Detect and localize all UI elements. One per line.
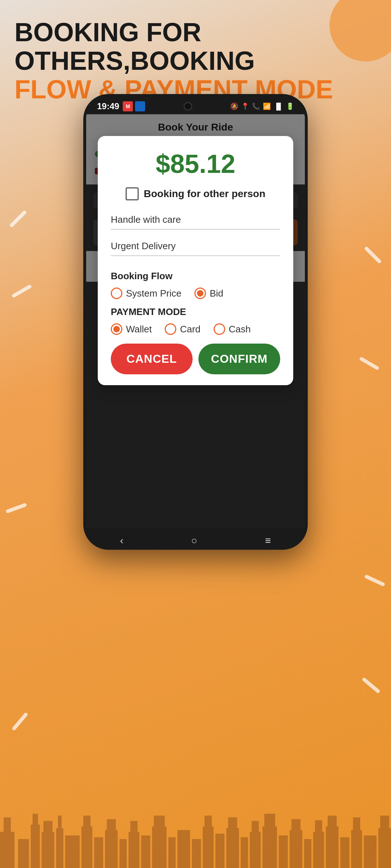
svg-rect-15 [119,839,127,868]
radio-wallet[interactable]: Wallet [111,323,152,335]
svg-rect-11 [83,816,91,826]
svg-rect-47 [380,816,389,828]
cash-radio[interactable] [214,323,225,335]
radio-cash[interactable]: Cash [214,323,251,335]
svg-rect-46 [378,828,391,868]
svg-rect-26 [215,834,224,868]
wifi-icon: 📶 [263,102,271,110]
system-price-label: System Price [126,288,181,299]
svg-rect-24 [203,826,214,868]
svg-rect-37 [304,839,311,868]
radio-bid[interactable]: Bid [194,288,223,299]
modal-card: $85.12 Booking for other person Booking … [98,136,293,385]
bg-dash-1 [9,210,27,227]
card-radio[interactable] [165,323,176,335]
svg-rect-3 [31,825,40,868]
svg-rect-9 [65,835,80,868]
bid-radio[interactable] [194,288,206,299]
svg-rect-31 [252,821,259,832]
bg-dash-3 [364,246,382,264]
payment-mode-radios: Wallet Card Cash [111,323,280,335]
bg-dash-4 [359,357,380,371]
svg-rect-36 [291,819,300,830]
svg-rect-2 [18,839,29,868]
app-icon-red: M [123,101,133,111]
svg-rect-13 [105,830,118,868]
svg-rect-30 [250,832,261,868]
svg-rect-35 [290,830,302,868]
svg-rect-29 [241,837,248,868]
wallet-label: Wallet [126,324,152,335]
svg-rect-28 [228,817,237,828]
cancel-button[interactable]: CANCEL [111,344,193,374]
radio-system-price[interactable]: System Price [111,288,181,299]
bg-dash-7 [5,503,27,514]
payment-mode-label: PAYMENT MODE [111,306,280,318]
urgent-delivery-input[interactable] [111,237,280,256]
radio-card[interactable]: Card [165,323,200,335]
app-icon-blue [135,101,145,111]
svg-rect-22 [177,830,190,868]
bg-dash-8 [364,574,386,587]
handle-care-input[interactable] [111,210,280,230]
svg-rect-19 [152,826,167,868]
bg-dash-6 [362,677,381,694]
mute-icon: 🔕 [230,102,238,110]
system-price-radio[interactable] [111,288,122,299]
svg-rect-41 [328,816,337,826]
bg-dash-2 [12,284,32,298]
svg-rect-7 [56,828,63,868]
confirm-button[interactable]: CONFIRM [198,344,280,374]
svg-rect-34 [279,835,288,868]
svg-rect-21 [168,837,176,868]
battery-icon: 🔋 [286,102,294,110]
modal-overlay: $85.12 Booking for other person Booking … [86,114,305,528]
svg-rect-12 [94,837,103,868]
svg-rect-8 [58,816,62,828]
svg-rect-32 [262,826,277,868]
home-button[interactable]: ○ [191,535,197,546]
svg-rect-40 [326,826,339,868]
status-app-icons: M [123,101,145,111]
svg-rect-20 [154,816,165,826]
booking-other-row: Booking for other person [111,187,280,200]
status-icons: 🔕 📍 📞 📶 ▐▌ 🔋 [230,102,294,110]
svg-rect-14 [107,819,116,830]
status-bar: 19:49 M 🔕 📍 📞 📶 ▐▌ 🔋 [86,97,305,114]
wallet-radio[interactable] [111,323,122,335]
svg-rect-39 [315,820,322,832]
modal-buttons: CANCEL CONFIRM [111,344,280,374]
svg-rect-16 [129,832,139,868]
city-silhouette [0,760,391,868]
header-section: BOOKING FOR OTHERS,BOOKING FLOW & PAYMEN… [14,18,391,104]
back-button[interactable]: ‹ [120,535,123,546]
svg-rect-45 [364,835,377,868]
card-label: Card [180,324,200,335]
system-nav: ‹ ○ ≡ [86,528,305,547]
svg-rect-42 [340,837,349,868]
booking-other-checkbox[interactable] [126,187,139,200]
svg-rect-0 [0,832,14,868]
camera-notch [184,102,192,111]
svg-rect-25 [205,816,212,826]
svg-rect-6 [43,821,52,832]
svg-rect-17 [130,821,138,832]
bg-dash-5 [12,712,28,731]
bid-label: Bid [210,288,223,299]
recents-button[interactable]: ≡ [265,535,271,546]
booking-other-label: Booking for other person [144,188,265,200]
header-line1: BOOKING FOR OTHERS,BOOKING [14,18,391,75]
price-amount: $85.12 [111,149,280,179]
svg-rect-18 [141,835,150,868]
phone-screen: Book Your Ride P-40, Subhash Nagar, Basu… [86,114,305,528]
call-icon: 📞 [252,102,260,110]
svg-rect-10 [81,826,92,868]
svg-rect-1 [4,817,11,832]
phone-frame: 19:49 M 🔕 📍 📞 📶 ▐▌ 🔋 Book Your Ride [83,94,308,550]
status-time: 19:49 [97,101,119,111]
signal-icon: ▐▌ [274,103,283,110]
phone-inner: 19:49 M 🔕 📍 📞 📶 ▐▌ 🔋 Book Your Ride [86,97,305,547]
svg-rect-27 [226,828,239,868]
location-icon: 📍 [241,102,249,110]
svg-rect-4 [33,814,38,825]
